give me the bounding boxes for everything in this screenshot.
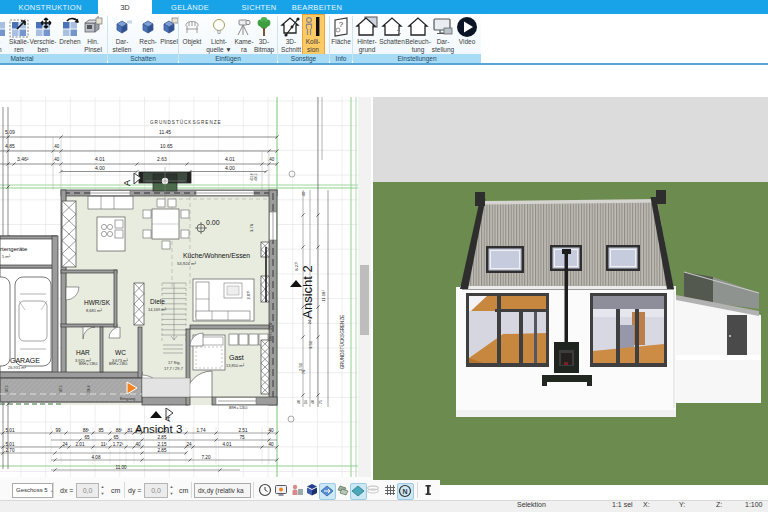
svg-text:16: 16 (304, 400, 308, 404)
svg-text:3.46²: 3.46² (17, 156, 29, 162)
svg-text:75: 75 (239, 435, 245, 440)
svg-text:Eingang: Eingang (120, 396, 136, 401)
svg-text:HWR/SK: HWR/SK (84, 299, 111, 306)
svg-text:?: ? (339, 20, 344, 29)
svg-text:13,850 m²: 13,850 m² (226, 363, 245, 368)
svg-text:Ansicht 2: Ansicht 2 (300, 265, 315, 318)
svg-text:2.15: 2.15 (158, 442, 167, 447)
svg-text:65: 65 (113, 435, 119, 440)
svg-text:2.85: 2.85 (158, 435, 167, 440)
svg-text:2.51: 2.51 (298, 362, 303, 371)
svg-text:4.01: 4.01 (225, 156, 235, 162)
svg-text:BRH = 126,0: BRH = 126,0 (229, 406, 248, 410)
svg-text:5.09: 5.09 (5, 129, 15, 135)
svg-text:53,924 m²: 53,924 m² (177, 261, 196, 266)
svg-text:5.01: 5.01 (6, 442, 15, 447)
svg-text:A: A (122, 180, 132, 186)
svg-text:40: 40 (268, 442, 274, 447)
svg-text:BRH = 126,0: BRH = 126,0 (269, 323, 273, 342)
svg-text:GARAGE: GARAGE (10, 357, 40, 364)
svg-text:4.01: 4.01 (95, 156, 105, 162)
svg-text:WC: WC (115, 349, 126, 356)
svg-text:BRH = 138,0: BRH = 138,0 (79, 362, 98, 366)
svg-text:2.15: 2.15 (158, 428, 167, 433)
svg-text:65: 65 (84, 435, 90, 440)
svg-text:rtengeräte: rtengeräte (0, 246, 28, 252)
svg-text:14,169 m²: 14,169 m² (148, 307, 167, 312)
svg-text:11.45: 11.45 (159, 129, 171, 135)
svg-text:40: 40 (135, 428, 141, 433)
svg-text:24: 24 (62, 442, 68, 447)
svg-text:4.85: 4.85 (5, 143, 15, 149)
svg-text:10.65: 10.65 (160, 143, 173, 149)
svg-text:4.01: 4.01 (223, 442, 232, 447)
svg-text:24: 24 (307, 319, 312, 324)
svg-text:2.63: 2.63 (157, 156, 167, 162)
svg-text:75: 75 (319, 400, 323, 404)
svg-text:187,5: 187,5 (59, 385, 63, 393)
svg-text:2.85: 2.85 (158, 448, 167, 453)
svg-text:.40: .40 (53, 144, 60, 149)
svg-text:Küche/Wohnen/Essen: Küche/Wohnen/Essen (183, 252, 250, 259)
svg-text:17 Stg.: 17 Stg. (168, 360, 181, 365)
svg-text:A: A (163, 416, 172, 422)
svg-text:7.20: 7.20 (202, 455, 211, 460)
svg-text:3.51: 3.51 (308, 340, 313, 349)
svg-text:2.87¹: 2.87¹ (246, 290, 251, 300)
svg-text:85: 85 (98, 428, 104, 433)
svg-text:Diele: Diele (150, 298, 165, 305)
svg-text:250,0: 250,0 (87, 385, 91, 393)
svg-text:40: 40 (268, 428, 274, 433)
svg-text:BRH = 138,0: BRH = 138,0 (109, 362, 128, 366)
svg-text:1.74: 1.74 (197, 428, 206, 433)
svg-text:5 m²: 5 m² (2, 254, 11, 259)
svg-text:88¹: 88¹ (83, 428, 90, 433)
svg-text:26,931 m²: 26,931 m² (8, 365, 27, 370)
svg-text:1.72¹: 1.72¹ (113, 442, 124, 447)
svg-text:11.18¹: 11.18¹ (321, 290, 326, 302)
svg-text:450,5: 450,5 (254, 173, 258, 181)
svg-text:HAR: HAR (76, 349, 90, 356)
svg-text:4.00: 4.00 (225, 165, 235, 171)
svg-text:Gast: Gast (229, 354, 244, 361)
svg-text:99: 99 (55, 428, 61, 433)
svg-text:40: 40 (297, 400, 301, 404)
svg-text:N: N (402, 488, 407, 495)
svg-text:.40: .40 (53, 157, 60, 162)
svg-text:40: 40 (301, 191, 306, 196)
svg-text:81: 81 (127, 428, 133, 433)
svg-text:8.27¹: 8.27¹ (294, 261, 299, 271)
svg-text:88¹: 88¹ (116, 428, 123, 433)
svg-text:11.00: 11.00 (115, 465, 127, 470)
svg-text:11¹: 11¹ (101, 442, 108, 447)
svg-text:17,7 / 29,7: 17,7 / 29,7 (164, 366, 184, 371)
svg-text:GRUNDSTÜCKSGRENZE: GRUNDSTÜCKSGRENZE (150, 119, 222, 125)
svg-text:2.01: 2.01 (76, 442, 85, 447)
svg-text:187,5: 187,5 (5, 385, 9, 393)
svg-text:0.00: 0.00 (206, 219, 220, 226)
svg-text:2.70: 2.70 (6, 448, 15, 453)
svg-text:40: 40 (135, 442, 141, 447)
svg-text:5.01: 5.01 (6, 428, 15, 433)
svg-text:GRUNDSTÜCKSGRENZE: GRUNDSTÜCKSGRENZE (339, 315, 345, 370)
svg-text:4.08: 4.08 (92, 455, 101, 460)
svg-text:8,681 m²: 8,681 m² (86, 308, 102, 313)
svg-text:2.51: 2.51 (239, 428, 248, 433)
svg-text:3.76: 3.76 (249, 223, 254, 232)
svg-text:4.00: 4.00 (95, 165, 105, 171)
svg-text:40: 40 (311, 400, 315, 404)
